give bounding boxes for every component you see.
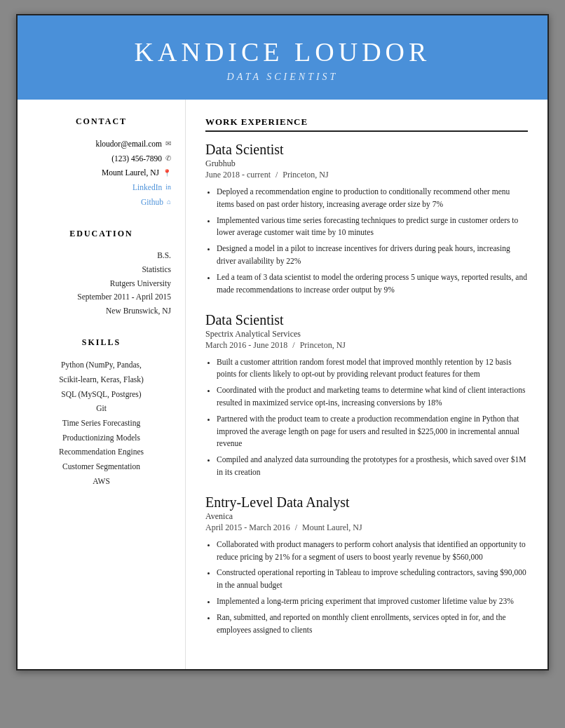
- skills-section: SKILLS Python (NumPy, Pandas,Scikit-lear…: [32, 337, 171, 488]
- skill-item: Productionizing Models: [32, 431, 171, 445]
- education-section: EDUCATION B.S. Statistics Rutgers Univer…: [32, 229, 171, 318]
- location-text: Mount Laurel, NJ: [102, 166, 159, 180]
- skill-item: Scikit-learn, Keras, Flask): [32, 372, 171, 387]
- job-entry: Data ScientistGrubhubJune 2018 - current…: [205, 142, 528, 297]
- bullet-item: Implemented a long-term pricing experime…: [217, 595, 528, 608]
- bullet-item: Collaborated with product managers to pe…: [217, 539, 528, 564]
- skills-heading: SKILLS: [32, 337, 171, 351]
- candidate-name: KANDICE LOUDOR: [46, 36, 519, 67]
- bullet-item: Deployed a recommendation engine to prod…: [217, 186, 528, 211]
- skill-item: Python (NumPy, Pandas,: [32, 358, 171, 372]
- bullet-item: Partnered with the product team to creat…: [217, 413, 528, 450]
- job-bullets: Built a customer attrition random forest…: [205, 356, 528, 479]
- email-text: kloudor@email.com: [95, 137, 162, 151]
- bullet-item: Ran, submitted, and reported on monthly …: [217, 612, 528, 637]
- phone-row: (123) 456-7890 ✆: [32, 151, 171, 166]
- contact-heading: CONTACT: [32, 116, 171, 130]
- bullet-item: Coordinated with the product and marketi…: [217, 384, 528, 410]
- job-title: Entry-Level Data Analyst: [205, 494, 528, 511]
- contact-section: CONTACT kloudor@email.com ✉ (123) 456-78…: [32, 116, 171, 209]
- phone-text: (123) 456-7890: [111, 151, 162, 166]
- candidate-title: DATA SCIENTIST: [46, 72, 519, 83]
- job-company: Avenica: [205, 511, 528, 522]
- location-row: Mount Laurel, NJ 📍: [32, 166, 171, 180]
- github-link[interactable]: Github: [141, 195, 163, 210]
- skill-item: Recommendation Engines: [32, 445, 171, 459]
- job-meta: March 2016 - June 2018 / Princeton, NJ: [205, 340, 528, 351]
- main-content: WORK EXPERIENCE Data ScientistGrubhubJun…: [186, 100, 547, 669]
- bullet-item: Built a customer attrition random forest…: [217, 356, 528, 382]
- linkedin-icon: in: [165, 181, 171, 194]
- job-meta: April 2015 - March 2016 / Mount Laurel, …: [205, 523, 528, 533]
- skill-item: Time Series Forecasting: [32, 416, 171, 431]
- job-meta: June 2018 - current / Princeton, NJ: [205, 170, 528, 180]
- bullet-item: Led a team of 3 data scientist to model …: [217, 271, 528, 297]
- job-entry: Entry-Level Data AnalystAvenicaApril 201…: [205, 494, 528, 637]
- linkedin-link[interactable]: LinkedIn: [132, 180, 162, 195]
- job-entry: Data ScientistSpectrix Analytical Servic…: [205, 312, 528, 479]
- jobs-container: Data ScientistGrubhubJune 2018 - current…: [205, 142, 528, 637]
- work-heading: WORK EXPERIENCE: [205, 116, 528, 132]
- bullet-item: Designed a model in a pilot to increase …: [217, 243, 528, 268]
- bullet-item: Constructed operational reporting in Tab…: [217, 567, 528, 592]
- job-company: Grubhub: [205, 159, 528, 169]
- skill-item: AWS: [32, 474, 171, 489]
- bullet-item: Implemented various time series forecast…: [217, 215, 528, 240]
- email-row: kloudor@email.com ✉: [32, 137, 171, 151]
- github-row[interactable]: Github ⌂: [32, 195, 171, 210]
- skill-item: Customer Segmentation: [32, 459, 171, 474]
- location-icon: 📍: [163, 167, 171, 180]
- job-title: Data Scientist: [205, 312, 528, 328]
- education-heading: EDUCATION: [32, 229, 171, 242]
- job-bullets: Collaborated with product managers to pe…: [205, 539, 528, 637]
- header: KANDICE LOUDOR DATA SCIENTIST: [18, 15, 547, 100]
- body: CONTACT kloudor@email.com ✉ (123) 456-78…: [18, 100, 547, 669]
- linkedin-row[interactable]: LinkedIn in: [32, 180, 171, 195]
- skill-item: SQL (MySQL, Postgres): [32, 387, 171, 402]
- job-bullets: Deployed a recommendation engine to prod…: [205, 186, 528, 297]
- degree: B.S. Statistics Rutgers University Septe…: [32, 249, 171, 318]
- resume-container: KANDICE LOUDOR DATA SCIENTIST CONTACT kl…: [16, 14, 549, 670]
- job-company: Spectrix Analytical Services: [205, 329, 528, 339]
- phone-icon: ✆: [165, 152, 171, 165]
- skill-item: Git: [32, 401, 171, 416]
- job-title: Data Scientist: [205, 142, 528, 158]
- email-icon: ✉: [165, 137, 171, 150]
- skills-list: Python (NumPy, Pandas,Scikit-learn, Kera…: [32, 358, 171, 488]
- github-icon: ⌂: [167, 196, 171, 208]
- bullet-item: Compiled and analyzed data surrounding t…: [217, 454, 528, 479]
- sidebar: CONTACT kloudor@email.com ✉ (123) 456-78…: [18, 100, 186, 669]
